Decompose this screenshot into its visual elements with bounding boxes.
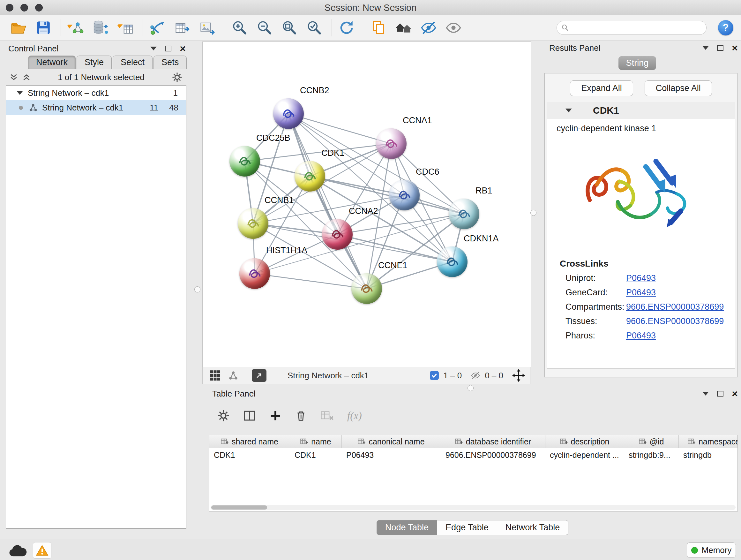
panel-menu-button[interactable] xyxy=(702,46,709,50)
splitter-handle[interactable] xyxy=(530,210,536,216)
crosslink-link[interactable]: P06493 xyxy=(626,288,656,298)
function-builder-button[interactable]: f(x) xyxy=(347,410,362,422)
network-node-cdk1[interactable] xyxy=(294,161,325,192)
network-row[interactable]: String Network – cdk1 11 48 xyxy=(6,100,186,115)
tab-edge-table[interactable]: Edge Table xyxy=(437,520,497,535)
tab-select[interactable]: Select xyxy=(113,56,152,69)
tab-sets[interactable]: Sets xyxy=(153,56,187,69)
gear-icon[interactable] xyxy=(217,409,230,422)
export-image-button[interactable] xyxy=(198,18,217,38)
clone-network-button[interactable] xyxy=(369,18,388,38)
network-glyph-icon[interactable] xyxy=(228,371,239,380)
column-header-name[interactable]: name xyxy=(290,435,342,448)
network-node-ccne1[interactable] xyxy=(351,273,382,304)
home-button[interactable] xyxy=(394,18,413,38)
splitter-handle[interactable] xyxy=(468,385,474,391)
memory-button[interactable]: Memory xyxy=(687,543,736,558)
column-header-description[interactable]: description xyxy=(545,435,624,448)
float-panel-button[interactable] xyxy=(717,45,724,51)
zoom-out-button[interactable] xyxy=(255,18,274,38)
cloud-icon[interactable] xyxy=(8,543,27,558)
network-edge[interactable] xyxy=(253,224,452,262)
section-expand-icon[interactable] xyxy=(565,109,572,112)
refresh-button[interactable] xyxy=(337,18,356,38)
collapse-all-button[interactable]: Collapse All xyxy=(645,80,712,96)
table-cell[interactable]: 9606.ENSP00000378699 xyxy=(441,448,545,462)
zoom-in-button[interactable] xyxy=(230,18,249,38)
gear-icon[interactable] xyxy=(172,72,183,83)
import-network-file-button[interactable] xyxy=(66,18,85,38)
panel-menu-button[interactable] xyxy=(150,47,157,51)
horizontal-scrollbar[interactable] xyxy=(211,505,736,510)
crosslink-link[interactable]: 9606.ENSP00000378699 xyxy=(626,316,724,326)
column-header-shared-name[interactable]: shared name xyxy=(209,435,290,448)
help-button[interactable]: ? xyxy=(718,20,733,36)
float-panel-button[interactable] xyxy=(717,391,724,396)
plus-icon[interactable] xyxy=(269,410,281,422)
close-panel-button[interactable]: × xyxy=(732,43,738,53)
scrollbar-thumb[interactable] xyxy=(211,505,267,509)
pan-crosshair-icon[interactable] xyxy=(512,369,525,382)
tab-network-table[interactable]: Network Table xyxy=(497,520,569,535)
column-header-canonical-name[interactable]: canonical name xyxy=(342,435,441,448)
import-table-button[interactable] xyxy=(116,18,135,38)
panel-menu-button[interactable] xyxy=(702,392,709,395)
tab-node-table[interactable]: Node Table xyxy=(377,520,437,535)
network-node-ccna1[interactable] xyxy=(376,128,407,159)
export-network-button[interactable] xyxy=(173,18,192,38)
close-panel-button[interactable]: × xyxy=(180,44,186,54)
tab-string[interactable]: String xyxy=(618,56,656,70)
float-panel-button[interactable] xyxy=(165,46,172,51)
table-cell[interactable]: CDK1 xyxy=(290,448,342,462)
network-canvas[interactable]: CCNB2CCNA1CDC25BCDK1CDC6RB1CCNB1CCNA2CDK… xyxy=(202,42,531,367)
collection-expand-icon[interactable] xyxy=(17,91,23,95)
network-edge[interactable] xyxy=(253,114,288,224)
close-panel-button[interactable]: × xyxy=(732,388,738,399)
hidden-eye-icon[interactable] xyxy=(470,371,481,380)
column-header--id[interactable]: @id xyxy=(624,435,679,448)
search-input[interactable] xyxy=(572,23,702,33)
hide-selected-button[interactable] xyxy=(419,18,438,38)
table-cell[interactable]: stringdb:9... xyxy=(624,448,679,462)
tab-network[interactable]: Network xyxy=(28,56,76,69)
table-cell[interactable]: stringdb xyxy=(679,448,738,462)
column-header-namespace[interactable]: namespace xyxy=(679,435,738,448)
network-edge[interactable] xyxy=(288,114,367,289)
crosslink-link[interactable]: P06493 xyxy=(626,331,656,341)
nodes-checkbox[interactable] xyxy=(430,371,439,380)
network-node-cdc25b[interactable] xyxy=(229,146,260,177)
delete-column-icon[interactable] xyxy=(320,410,334,422)
network-edge[interactable] xyxy=(255,273,367,289)
search-box[interactable] xyxy=(556,21,706,35)
collapse-all-icon[interactable] xyxy=(10,73,18,81)
warnings-button[interactable] xyxy=(33,542,51,559)
save-session-button[interactable] xyxy=(34,18,53,38)
column-header-database-identifier[interactable]: database identifier xyxy=(441,435,545,448)
table-cell[interactable]: P06493 xyxy=(342,448,441,462)
expand-all-icon[interactable] xyxy=(22,73,30,81)
network-collection-row[interactable]: String Network – cdk1 1 xyxy=(6,85,186,100)
table-cell[interactable]: CDK1 xyxy=(209,448,290,462)
trash-icon[interactable] xyxy=(295,409,307,422)
crosslink-link[interactable]: P06493 xyxy=(626,273,656,283)
network-node-rb1[interactable] xyxy=(449,199,479,229)
first-neighbors-button[interactable] xyxy=(148,18,167,38)
zoom-selected-button[interactable] xyxy=(305,18,324,38)
network-node-ccnb2[interactable] xyxy=(273,98,304,129)
network-node-hist1h1a[interactable] xyxy=(239,258,270,289)
network-node-ccna2[interactable] xyxy=(322,219,353,250)
import-network-database-button[interactable] xyxy=(91,18,110,38)
crosslink-link[interactable]: 9606.ENSP00000378699 xyxy=(626,302,724,312)
network-node-cdkn1a[interactable] xyxy=(437,246,468,277)
table-row[interactable]: CDK1CDK1P064939606.ENSP00000378699cyclin… xyxy=(209,448,738,462)
open-in-new-window-button[interactable] xyxy=(252,369,266,382)
grid-view-icon[interactable] xyxy=(210,370,220,381)
columns-icon[interactable] xyxy=(243,410,256,422)
splitter-handle[interactable] xyxy=(194,287,200,293)
show-all-button[interactable] xyxy=(444,18,463,38)
network-edge[interactable] xyxy=(288,114,391,144)
expand-all-button[interactable]: Expand All xyxy=(570,80,633,96)
protein-section-header[interactable]: CDK1 xyxy=(547,102,735,119)
network-node-cdc6[interactable] xyxy=(389,180,420,210)
zoom-fit-button[interactable] xyxy=(280,18,299,38)
